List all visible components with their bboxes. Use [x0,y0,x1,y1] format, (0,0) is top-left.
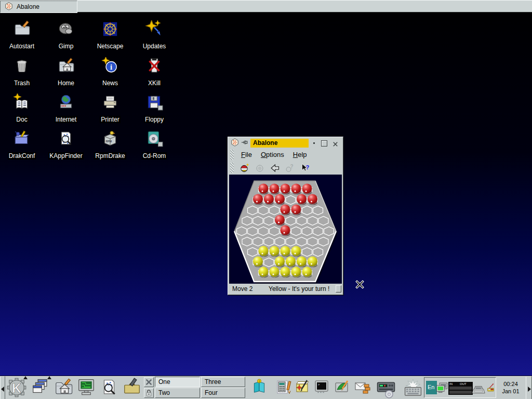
window-title: Abalone [250,139,309,148]
menu-help[interactable]: Help [293,151,307,158]
system-tray: EnINOUT [424,377,496,398]
tray-traffic-monitor[interactable]: INOUT [448,382,473,395]
desktop-icon-autostart[interactable]: Autostart [0,20,44,50]
pager-desktop-three[interactable]: Three [201,377,245,387]
desktop-icon-rpmdrake[interactable]: RPMRpmDrake [88,130,132,160]
internet-icon[interactable] [44,94,88,113]
move-counter: Move 2 [232,285,252,292]
panel-terminal-button[interactable] [76,378,96,399]
desktop-icon-netscape[interactable]: Netscape [88,20,132,50]
right-arrow-icon [528,387,531,392]
panel-notepad-button[interactable] [294,379,311,397]
desktop-icon-printer[interactable]: Printer [88,94,132,124]
menubar-drag-handle[interactable] [230,150,234,160]
pager-desktop-four[interactable]: Four [201,388,245,398]
abalone-app-icon[interactable] [231,138,239,149]
abalone-board[interactable] [234,179,338,284]
popup-arrow-icon [23,376,28,379]
updates-icon[interactable] [132,20,176,40]
toolbar-new-game-button[interactable] [240,163,249,172]
panel-greenbook-button[interactable] [334,379,350,397]
pin-icon[interactable] [241,139,248,148]
desktop-icon-label: Trash [13,79,31,87]
trash-icon[interactable] [0,57,44,77]
doc-icon[interactable] [0,94,44,113]
desktop-icon-doc[interactable]: Doc [0,94,44,124]
panel-clock[interactable]: 00:24Jan 01 [497,378,525,398]
autostart-icon[interactable] [0,20,44,40]
window-titlebar[interactable]: Abalone [229,138,342,148]
traffic-bar [449,387,472,390]
panel-home-button[interactable] [54,378,73,399]
desktop-icon-label: XKill [147,79,162,87]
panel-hide-left[interactable] [0,376,5,399]
svg-text:?: ? [290,164,294,169]
panel-keyboard-button[interactable] [403,379,423,399]
close-button[interactable] [332,140,338,147]
desktop-icon-label: Netscape [96,43,125,50]
desktop-icon-gimp[interactable]: Gimp [44,20,88,50]
panel-findfile-button[interactable] [99,378,119,399]
desktop-icon-label: Cd-Rom [142,152,167,159]
menu-options[interactable]: Options [261,151,284,158]
panel-lock-button[interactable] [144,388,154,398]
desktop-icon-cdrom[interactable]: Cd-Rom [132,130,176,160]
kde-panel: KOneTwoThreeFour!>EnINOUT00:24Jan 01 [0,376,532,399]
pager-desktop-two[interactable]: Two [155,388,200,398]
taskbar-task-abalone[interactable]: Abalone [0,1,77,13]
desktop-pager: OneTwoThreeFour [155,377,246,399]
desktop-icon-kappfinder[interactable]: KAppFinder [44,130,88,160]
maximize-button[interactable] [321,140,327,147]
desktop-icon-updates[interactable]: Updates [132,20,176,50]
statusbar: Move 2 Yellow - It's your turn ! [229,284,342,294]
panel-toolbox-button[interactable] [122,378,142,399]
game-board-area[interactable] [229,175,342,284]
desktop-icon-internet[interactable]: Internet [44,94,88,124]
kappfinder-icon[interactable] [44,130,88,150]
desktop-icon-drakconf[interactable]: DrakConf [0,130,44,160]
desktop-icon-home[interactable]: Home [44,57,88,87]
panel-logout-button[interactable] [144,377,154,387]
traffic-out-label: OUT [460,382,467,385]
desktop-icon-trash[interactable]: Trash [0,57,44,87]
panel-helpbook-button[interactable]: ! [252,379,267,395]
resize-grip[interactable] [336,285,341,292]
toolbar-context-help-button[interactable]: ? [300,163,310,172]
panel-konsole-button[interactable]: > [313,379,330,397]
desktop-icon-xkill[interactable]: XKill [132,57,176,87]
tray-monitors-icon[interactable] [435,381,449,396]
desktop-icon-label: Autostart [8,43,35,50]
drakconf-icon[interactable] [0,130,44,150]
gimp-icon[interactable] [44,20,88,40]
netscape-icon[interactable] [88,20,132,40]
desktop-icon-news[interactable]: iNews [88,57,132,87]
desktop-icon-label: Printer [100,116,120,123]
panel-kmail-button[interactable] [354,379,370,397]
toolbar-hint-button[interactable]: ? [285,163,295,172]
news-icon[interactable]: i [88,57,132,77]
printer-icon[interactable] [88,94,132,113]
window-menu-dot[interactable] [313,142,315,144]
toolbar-drag-handle[interactable] [230,163,234,173]
panel-kmenu-button[interactable]: K [7,378,26,399]
menu-file[interactable]: File [241,151,252,158]
desktop-icon-label: Floppy [144,116,165,123]
panel-kcalc-button[interactable] [276,379,292,397]
desktop-icon-label: Updates [142,43,167,50]
tray-antenna-icon[interactable] [485,382,496,395]
panel-hide-right[interactable] [526,376,532,399]
toolbar-undo-button[interactable] [270,163,280,172]
desktop-icon-label: Doc [15,116,28,123]
rpmdrake-icon[interactable]: RPM [88,130,132,150]
tray-mailbox-icon[interactable] [471,381,486,398]
desktop-icon-floppy[interactable]: Floppy [132,94,176,124]
panel-windowlist-button[interactable] [31,378,50,399]
xkill-icon[interactable] [132,57,176,77]
panel-stereo-button[interactable] [376,379,396,399]
cdrom-icon[interactable] [132,130,176,150]
pager-desktop-one[interactable]: One [155,377,200,387]
desktop-icon-label: Internet [55,116,78,123]
home-icon[interactable] [44,57,88,77]
toolbar-stop-button[interactable] [255,163,264,172]
floppy-icon[interactable] [132,94,176,113]
